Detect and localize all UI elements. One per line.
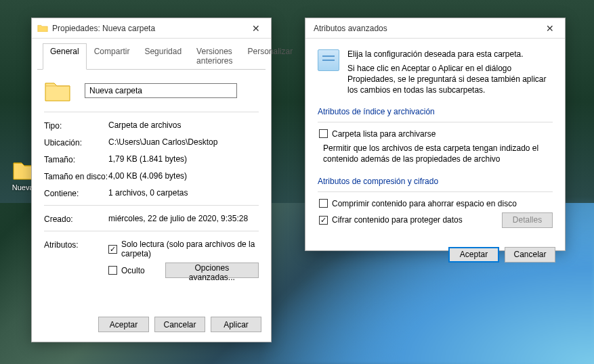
value-tipo: Carpeta de archivos — [108, 120, 259, 130]
checkbox-oculto[interactable]: Oculto — [108, 266, 145, 275]
aplicar-button[interactable]: Aplicar — [211, 317, 261, 332]
checkbox-icon — [108, 245, 117, 254]
aceptar-button[interactable]: Aceptar — [448, 247, 499, 263]
checkbox-label: Permitir que los archivos de esta carpet… — [323, 143, 553, 164]
value-tamano: 1,79 KB (1.841 bytes) — [108, 154, 259, 164]
checkbox-label: Carpeta lista para archivarse — [332, 129, 436, 139]
tab-strip: General Compartir Seguridad Versiones an… — [37, 39, 266, 70]
close-button[interactable]: ✕ — [534, 18, 565, 39]
checkbox-icon — [319, 129, 328, 138]
folder-icon — [37, 24, 48, 33]
folder-name-input[interactable] — [85, 83, 237, 98]
tab-general[interactable]: General — [43, 43, 87, 70]
checkbox-icon — [319, 216, 328, 225]
properties-dialog: Propiedades: Nueva carpeta ✕ General Com… — [31, 18, 272, 342]
window-title: Propiedades: Nueva carpeta — [52, 24, 240, 33]
checkbox-archivar[interactable]: Carpeta lista para archivarse — [319, 129, 553, 139]
window-title: Atributos avanzados — [311, 24, 534, 33]
value-ubicacion: C:\Users\Juan Carlos\Desktop — [108, 137, 259, 147]
label-tamano: Tamaño: — [44, 154, 108, 164]
folder-icon — [44, 79, 71, 102]
detalles-button[interactable]: Detalles — [502, 212, 553, 228]
checkbox-icon — [108, 266, 117, 275]
opciones-avanzadas-button[interactable]: Opciones avanzadas... — [165, 263, 259, 278]
label-creado: Creado: — [44, 214, 108, 224]
tab-panel-general: Tipo: Carpeta de archivos Ubicación: C:\… — [32, 70, 271, 310]
aceptar-button[interactable]: Aceptar — [98, 317, 149, 332]
checkbox-icon — [319, 199, 328, 208]
checkbox-cifrar[interactable]: Cifrar contenido para proteger datos — [319, 215, 463, 225]
label-contiene: Contiene: — [44, 188, 108, 198]
close-button[interactable]: ✕ — [240, 18, 271, 39]
checkbox-comprimir[interactable]: Comprimir contenido para ahorrar espacio… — [319, 199, 553, 208]
titlebar[interactable]: Propiedades: Nueva carpeta ✕ — [32, 18, 271, 39]
advanced-attributes-dialog: Atributos avanzados ✕ Elija la configura… — [305, 18, 566, 251]
attributes-icon — [318, 49, 339, 71]
close-icon: ✕ — [546, 23, 554, 34]
value-contiene: 1 archivos, 0 carpetas — [108, 188, 259, 198]
label-tamano-disco: Tamaño en disco: — [44, 171, 108, 181]
tab-versiones[interactable]: Versiones anteriores — [189, 43, 240, 70]
value-tamano-disco: 4,00 KB (4.096 bytes) — [108, 171, 259, 181]
intro-text-1: Elija la configuración deseada para esta… — [347, 49, 553, 59]
dialog-footer: Aceptar Cancelar — [305, 240, 565, 272]
checkbox-label: Comprimir contenido para ahorrar espacio… — [332, 199, 517, 208]
titlebar[interactable]: Atributos avanzados ✕ — [305, 18, 565, 39]
label-ubicacion: Ubicación: — [44, 137, 108, 147]
tab-seguridad[interactable]: Seguridad — [137, 43, 189, 70]
cancelar-button[interactable]: Cancelar — [505, 247, 555, 263]
checkbox-solo-lectura[interactable]: Solo lectura (solo para archivos de la c… — [108, 240, 259, 258]
close-icon: ✕ — [252, 23, 260, 34]
checkbox-label: Oculto — [121, 266, 145, 275]
tab-personalizar[interactable]: Personalizar — [240, 43, 300, 70]
label-atributos: Atributos: — [44, 240, 108, 250]
checkbox-label: Solo lectura (solo para archivos de la c… — [121, 240, 259, 258]
value-creado: miércoles, 22 de julio de 2020, 9:35:28 — [108, 214, 259, 223]
label-tipo: Tipo: — [44, 120, 108, 131]
dialog-footer: Aceptar Cancelar Aplicar — [32, 310, 271, 342]
checkbox-label: Cifrar contenido para proteger datos — [332, 215, 463, 225]
tab-compartir[interactable]: Compartir — [87, 43, 137, 70]
intro-text-2: Si hace clic en Aceptar o Aplicar en el … — [347, 63, 553, 96]
group-label-compress: Atributos de compresión y cifrado — [318, 177, 553, 186]
group-label-index: Atributos de índice y archivación — [318, 107, 553, 116]
cancelar-button[interactable]: Cancelar — [154, 317, 205, 332]
dialog-body: Elija la configuración deseada para esta… — [305, 39, 565, 240]
checkbox-indizar[interactable]: Permitir que los archivos de esta carpet… — [319, 143, 553, 164]
